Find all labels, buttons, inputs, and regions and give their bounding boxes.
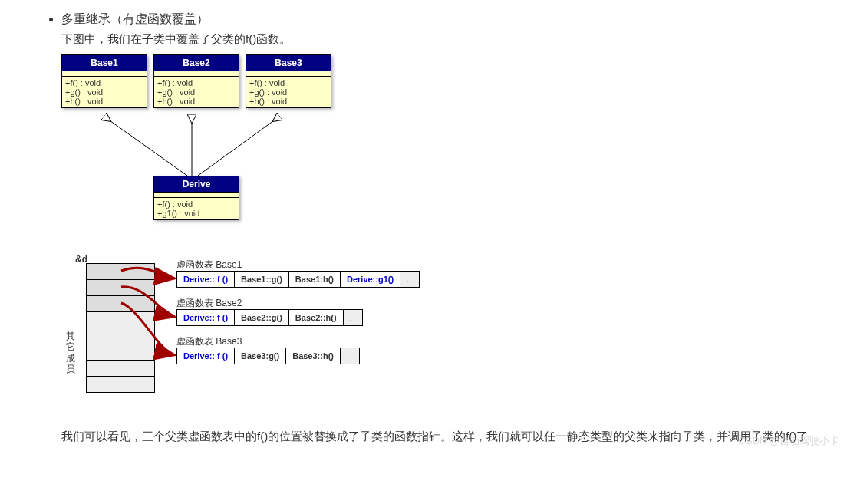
paragraph: 我们可以看见，三个父类虚函数表中的f()的位置被替换成了子类的函数指针。这样，我… xyxy=(61,426,816,448)
uml-base1-name: Base1 xyxy=(62,55,147,71)
uml-method: +f() : void xyxy=(157,78,236,87)
vtable-cell: Derive:: f () xyxy=(177,310,235,325)
vtable-row-1: Derive:: f () Base1::g() Base1:h() Deriv… xyxy=(176,271,420,288)
uml-base2: Base2 +f() : void +g() : void +h() : voi… xyxy=(153,54,239,108)
vtable-cell: Derive:: f () xyxy=(177,348,235,364)
bullet-title: 多重继承（有虚函数覆盖） xyxy=(61,12,816,28)
vtable-cell-end: . xyxy=(400,272,419,287)
vtable-cell: Derive:: f () xyxy=(177,272,235,287)
vtable-cell-end: . xyxy=(341,348,359,364)
vtable-cell: Base1::g() xyxy=(235,272,289,287)
uml-method: +h() : void xyxy=(65,97,143,106)
object-cells xyxy=(86,263,155,393)
svg-line-0 xyxy=(107,119,187,176)
uml-method: +g() : void xyxy=(157,87,236,97)
svg-line-2 xyxy=(198,119,276,176)
vtable-cell: Base3:g() xyxy=(235,348,286,364)
vtable-cell-end: . xyxy=(344,310,362,325)
bullet-subtitle: 下图中，我们在子类中覆盖了父类的f()函数。 xyxy=(61,32,816,47)
uml-derive: Derive +f() : void +g1() : void xyxy=(153,176,239,220)
vtable-diagram: &d 其它成员 虚函数表 Base1 Derive:: f () Base1::… xyxy=(61,254,816,407)
uml-base2-name: Base2 xyxy=(154,55,239,71)
uml-method: +g1() : void xyxy=(157,209,236,218)
uml-method: +f() : void xyxy=(65,78,143,87)
vtable-cell: Base1:h() xyxy=(289,272,341,287)
vtable-label-3: 虚函数表 Base3 xyxy=(176,335,242,348)
uml-method: +h() : void xyxy=(249,97,328,106)
uml-method: +f() : void xyxy=(249,78,328,87)
watermark: CSDN @自动驾驶小卡 xyxy=(738,434,839,448)
vtable-cell: Base3::h() xyxy=(286,348,341,364)
side-label: 其它成员 xyxy=(66,331,77,375)
uml-method: +g() : void xyxy=(249,87,328,97)
vtable-row-2: Derive:: f () Base2::g() Base2::h() . xyxy=(176,309,363,326)
uml-base3: Base3 +f() : void +g() : void +h() : voi… xyxy=(246,54,331,108)
vtable-cell: Derive::g1() xyxy=(341,272,400,287)
uml-diagram: Base1 +f() : void +g() : void +h() : voi… xyxy=(61,54,816,231)
uml-method: +f() : void xyxy=(157,199,236,209)
uml-base3-name: Base3 xyxy=(246,55,331,71)
uml-method: +g() : void xyxy=(65,87,143,97)
vtable-row-3: Derive:: f () Base3:g() Base3::h() . xyxy=(176,348,360,364)
uml-method: +h() : void xyxy=(157,97,236,106)
vtable-cell: Base2::g() xyxy=(235,310,289,325)
vtable-label-1: 虚函数表 Base1 xyxy=(176,259,242,272)
vtable-cell: Base2::h() xyxy=(289,310,344,325)
uml-base1: Base1 +f() : void +g() : void +h() : voi… xyxy=(61,54,147,108)
uml-derive-name: Derive xyxy=(154,176,239,193)
vtable-label-2: 虚函数表 Base2 xyxy=(176,297,242,310)
